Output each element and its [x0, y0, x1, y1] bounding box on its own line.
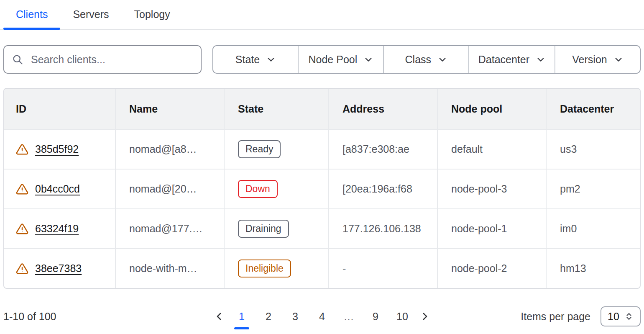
page-number[interactable]: 3 [287, 311, 304, 323]
id-cell: 38ee7383 [4, 249, 115, 288]
filter-label: Node Pool [309, 54, 358, 66]
column-header-address: Address [328, 89, 437, 129]
name-cell: nomad@177.… [115, 209, 224, 248]
node-pool-cell: node-pool-2 [437, 249, 546, 288]
next-page-button[interactable] [416, 307, 434, 326]
filter-datacenter[interactable]: Datacenter [468, 46, 555, 73]
state-badge: Ready [238, 140, 281, 159]
node-pool-cell: node-pool-1 [437, 209, 546, 248]
name-cell: nomad@[a8… [115, 130, 224, 169]
page-number[interactable]: 1 [233, 311, 250, 323]
page-controls: 1 2 3 4 … 9 10 [210, 307, 434, 326]
items-per-page: Items per page 10 [434, 306, 641, 326]
table-row: 63324f19 nomad@177.… Draining 177.126.10… [4, 208, 640, 248]
client-id-link[interactable]: 385d5f92 [35, 143, 79, 155]
tab-label: Toplogy [134, 8, 170, 21]
address-cell: [20ea:196a:f68 [328, 170, 437, 208]
table-row: 385d5f92 nomad@[a8… Ready [a837:e308:ae … [4, 129, 640, 169]
state-cell: Ready [224, 130, 328, 169]
filter-label: State [235, 54, 260, 66]
search-box[interactable] [3, 45, 202, 74]
tab-label: Servers [73, 8, 109, 21]
chevron-down-icon [364, 55, 373, 64]
datacenter-cell: hm13 [546, 249, 640, 288]
node-pool-cell: default [437, 130, 546, 169]
chevron-right-icon [420, 311, 430, 321]
chevron-down-icon [614, 55, 623, 64]
client-id-link[interactable]: 0b4cc0cd [35, 183, 80, 195]
name-cell: nomad@[20… [115, 170, 224, 208]
tabbar: Clients Servers Toplogy [0, 0, 644, 30]
tab-topology[interactable]: Toplogy [122, 0, 183, 29]
tab-clients[interactable]: Clients [3, 0, 60, 29]
pagination-range: 1-10 of 100 [3, 311, 210, 323]
search-input[interactable] [30, 53, 193, 66]
chevron-down-icon [438, 55, 447, 64]
state-badge: Draining [238, 220, 289, 238]
filter-version[interactable]: Version [555, 46, 640, 73]
items-per-page-select[interactable]: 10 [601, 306, 641, 326]
datacenter-cell: us3 [546, 130, 640, 169]
node-pool-cell: node-pool-3 [437, 170, 546, 208]
client-id-link[interactable]: 63324f19 [35, 223, 79, 235]
state-cell: Draining [224, 209, 328, 248]
id-cell: 0b4cc0cd [4, 170, 115, 208]
datacenter-cell: pm2 [546, 170, 640, 208]
warning-icon [16, 262, 28, 275]
state-badge: Down [238, 180, 278, 198]
filter-class[interactable]: Class [383, 46, 468, 73]
prev-page-button[interactable] [210, 307, 228, 326]
datacenter-cell: im0 [546, 209, 640, 248]
warning-icon [16, 143, 28, 156]
page-number[interactable]: 10 [394, 311, 411, 323]
filter-label: Datacenter [478, 54, 529, 66]
tab-servers[interactable]: Servers [60, 0, 121, 29]
chevron-down-icon [536, 55, 545, 64]
column-header-node-pool: Node pool [437, 89, 546, 129]
name-cell: node-with-m… [115, 249, 224, 288]
state-cell: Down [224, 170, 328, 208]
column-header-id: ID [4, 89, 115, 129]
id-cell: 63324f19 [4, 209, 115, 248]
filter-node-pool[interactable]: Node Pool [298, 46, 383, 73]
column-header-datacenter: Datacenter [546, 89, 640, 129]
page-number[interactable]: 2 [260, 311, 277, 323]
address-cell: 177.126.106.138 [328, 209, 437, 248]
state-cell: Ineligible [224, 249, 328, 288]
filter-state[interactable]: State [213, 46, 298, 73]
search-icon [12, 54, 23, 65]
toolbar: State Node Pool Class Datacenter Version [3, 45, 641, 74]
warning-icon [16, 223, 28, 235]
page-ellipsis: … [340, 311, 357, 323]
address-cell: - [328, 249, 437, 288]
items-per-page-label: Items per page [521, 311, 590, 323]
tab-label: Clients [16, 8, 48, 21]
stepper-icon [624, 312, 634, 321]
client-id-link[interactable]: 38ee7383 [35, 262, 82, 275]
page-number[interactable]: 9 [367, 311, 384, 323]
chevron-down-icon [266, 55, 276, 64]
table-row: 0b4cc0cd nomad@[20… Down [20ea:196a:f68 … [4, 169, 640, 208]
clients-table: ID Name State Address Node pool Datacent… [3, 88, 641, 289]
column-header-state: State [224, 89, 328, 129]
state-badge: Ineligible [238, 259, 291, 278]
pagination-bar: 1-10 of 100 1 2 3 4 … 9 10 Items per pag… [3, 306, 641, 326]
table-header-row: ID Name State Address Node pool Datacent… [4, 89, 640, 129]
filter-group: State Node Pool Class Datacenter Version [212, 45, 641, 74]
filter-label: Class [405, 54, 432, 66]
id-cell: 385d5f92 [4, 130, 115, 169]
page-number[interactable]: 4 [314, 311, 330, 323]
filter-label: Version [572, 54, 607, 66]
warning-icon [16, 183, 28, 195]
column-header-name: Name [115, 89, 224, 129]
chevron-left-icon [214, 311, 224, 321]
table-row: 38ee7383 node-with-m… Ineligible - node-… [4, 248, 640, 288]
items-per-page-value: 10 [608, 311, 619, 323]
address-cell: [a837:e308:ae [328, 130, 437, 169]
